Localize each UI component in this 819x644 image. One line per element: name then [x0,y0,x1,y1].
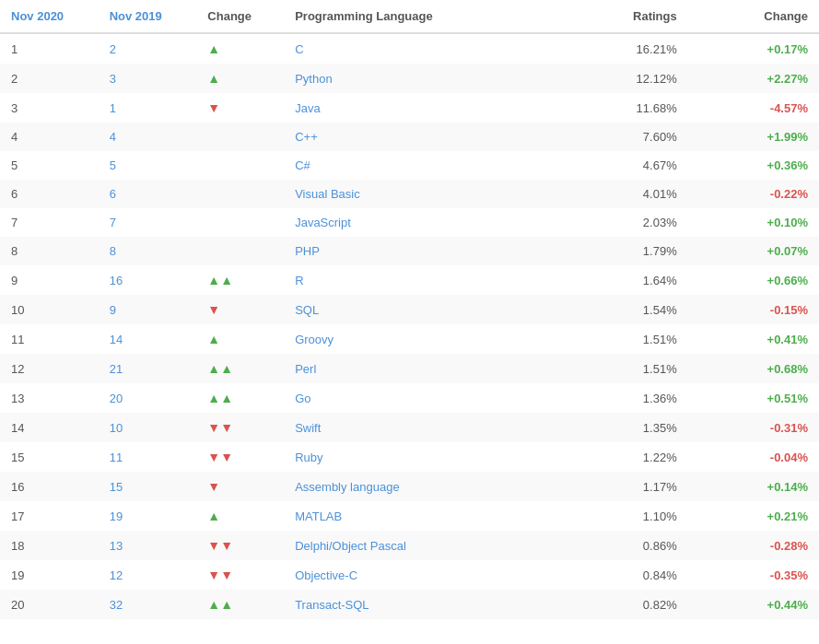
rank-nov2019: 16 [99,265,197,295]
arrow-up-icon: ▲ [207,71,220,86]
change-icon-cell: ▲▲ [196,590,284,619]
rank-nov2020: 4 [0,123,99,151]
language-name[interactable]: Perl [284,354,545,383]
ratings-value: 1.17% [546,472,688,501]
ratings-value: 0.82% [546,590,688,619]
change-value: -0.22% [688,180,819,208]
ratings-value: 1.51% [546,354,688,383]
ratings-value: 0.86% [546,531,688,560]
change-value: +0.14% [688,472,819,501]
rank-nov2019: 5 [99,151,197,180]
change-icon-cell: ▼ [196,93,284,123]
rank-nov2020: 2 [0,64,99,93]
change-value: +0.66% [688,265,819,295]
change-value: +0.68% [688,354,819,383]
change-icon-cell [196,180,284,208]
change-value: +0.21% [688,501,819,531]
rank-nov2020: 10 [0,295,99,324]
language-name[interactable]: Swift [284,413,545,442]
change-icon-cell: ▲▲ [196,383,284,413]
arrow-up-icon: ▲ [207,41,220,56]
rank-nov2019: 6 [99,180,197,208]
change-icon-cell [196,237,284,265]
language-name[interactable]: Delphi/Object Pascal [284,531,545,560]
language-name[interactable]: Assembly language [284,472,545,501]
table-row: 8 8 PHP 1.79% +0.07% [0,237,819,265]
language-name[interactable]: C [284,33,545,64]
language-name[interactable]: JavaScript [284,208,545,237]
rank-nov2019: 12 [99,560,197,590]
ratings-value: 0.84% [546,560,688,590]
change-value: +0.17% [688,33,819,64]
rank-nov2019: 13 [99,531,197,560]
rank-nov2020: 11 [0,324,99,354]
arrow-up-icon: ▲ [207,509,220,523]
header-nov2020: Nov 2020 [0,0,99,33]
rank-nov2019: 2 [99,33,197,64]
language-name[interactable]: C++ [284,123,545,151]
language-name[interactable]: Groovy [284,324,545,354]
change-icon-cell [196,123,284,151]
change-value: +0.36% [688,151,819,180]
rank-nov2020: 17 [0,501,99,531]
table-row: 1 2 ▲ C 16.21% +0.17% [0,33,819,64]
language-name[interactable]: C# [284,151,545,180]
table-row: 17 19 ▲ MATLAB 1.10% +0.21% [0,501,819,531]
change-value: -0.28% [688,531,819,560]
table-row: 12 21 ▲▲ Perl 1.51% +0.68% [0,354,819,383]
ratings-value: 1.22% [546,442,688,472]
change-icon-cell: ▼▼ [196,442,284,472]
rank-nov2020: 14 [0,413,99,442]
ratings-value: 1.35% [546,413,688,442]
arrow-up-double-icon: ▲▲ [207,597,233,612]
language-name[interactable]: Python [284,64,545,93]
ratings-value: 1.36% [546,383,688,413]
rank-nov2019: 21 [99,354,197,383]
language-name[interactable]: MATLAB [284,501,545,531]
rank-nov2020: 6 [0,180,99,208]
table-row: 6 6 Visual Basic 4.01% -0.22% [0,180,819,208]
rank-nov2019: 19 [99,501,197,531]
arrow-up-double-icon: ▲▲ [207,273,233,287]
table-row: 20 32 ▲▲ Transact-SQL 0.82% +0.44% [0,590,819,619]
change-icon-cell: ▼ [196,472,284,501]
rank-nov2019: 14 [99,324,197,354]
change-icon-cell: ▼▼ [196,531,284,560]
table-row: 18 13 ▼▼ Delphi/Object Pascal 0.86% -0.2… [0,531,819,560]
table-row: 16 15 ▼ Assembly language 1.17% +0.14% [0,472,819,501]
language-name[interactable]: SQL [284,295,545,324]
language-name[interactable]: R [284,265,545,295]
arrow-up-double-icon: ▲▲ [207,361,233,376]
language-name[interactable]: Go [284,383,545,413]
rank-nov2020: 19 [0,560,99,590]
language-name[interactable]: Objective-C [284,560,545,590]
change-icon-cell: ▲ [196,501,284,531]
change-icon-cell: ▲ [196,324,284,354]
change-icon-cell: ▼▼ [196,560,284,590]
language-name[interactable]: PHP [284,237,545,265]
language-name[interactable]: Transact-SQL [284,590,545,619]
language-name[interactable]: Visual Basic [284,180,545,208]
table-row: 4 4 C++ 7.60% +1.99% [0,123,819,151]
rank-nov2020: 16 [0,472,99,501]
rank-nov2020: 12 [0,354,99,383]
arrow-up-icon: ▲ [207,332,220,346]
language-name[interactable]: Java [284,93,545,123]
table-row: 2 3 ▲ Python 12.12% +2.27% [0,64,819,93]
rank-nov2019: 32 [99,590,197,619]
change-value: -0.35% [688,560,819,590]
language-name[interactable]: Ruby [284,442,545,472]
change-icon-cell: ▼▼ [196,413,284,442]
table-row: 13 20 ▲▲ Go 1.36% +0.51% [0,383,819,413]
rank-nov2020: 13 [0,383,99,413]
change-icon-cell: ▲▲ [196,354,284,383]
arrow-down-double-icon: ▼▼ [207,450,233,464]
change-value: +0.44% [688,590,819,619]
change-value: -4.57% [688,93,819,123]
header-nov2019: Nov 2019 [99,0,197,33]
change-icon-cell: ▼ [196,295,284,324]
rank-nov2020: 15 [0,442,99,472]
change-icon-cell: ▲ [196,33,284,64]
table-row: 14 10 ▼▼ Swift 1.35% -0.31% [0,413,819,442]
rank-nov2020: 3 [0,93,99,123]
